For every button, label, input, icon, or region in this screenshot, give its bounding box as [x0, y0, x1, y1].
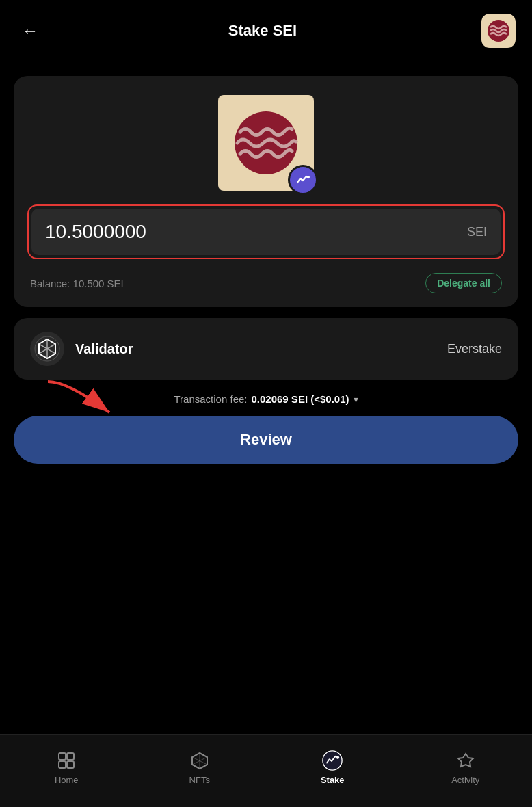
svg-point-4	[307, 176, 310, 178]
amount-value: 10.5000000	[45, 221, 146, 243]
review-button-container: Review	[14, 416, 518, 464]
fee-chevron-icon[interactable]: ▾	[354, 394, 358, 405]
activity-icon	[455, 750, 476, 771]
header-avatar[interactable]	[481, 14, 516, 48]
back-button[interactable]: ←	[16, 18, 44, 43]
nav-label-home: Home	[55, 775, 79, 785]
delegate-all-button[interactable]: Delegate all	[425, 273, 502, 293]
review-button[interactable]: Review	[14, 416, 518, 464]
svg-point-3	[235, 111, 297, 174]
amount-currency: SEI	[467, 225, 487, 239]
validator-label: Validator	[75, 341, 133, 357]
validator-name: Everstake	[447, 342, 502, 356]
validator-icon	[30, 332, 64, 366]
fee-prefix: Transaction fee:	[174, 393, 247, 405]
validator-hex-icon	[34, 335, 61, 362]
staking-card: 10.5000000 SEI Balance: 10.500 SEI Deleg…	[14, 76, 518, 307]
token-logo-container	[218, 95, 314, 191]
token-badge	[288, 165, 318, 195]
nav-item-home[interactable]: Home	[0, 750, 133, 785]
svg-rect-10	[67, 761, 74, 768]
nav-label-activity: Activity	[451, 775, 479, 785]
nfts-icon	[189, 750, 210, 771]
balance-row: Balance: 10.500 SEI Delegate all	[27, 273, 505, 293]
main-content: 10.5000000 SEI Balance: 10.500 SEI Deleg…	[0, 59, 532, 734]
svg-rect-8	[59, 761, 66, 768]
nav-item-stake[interactable]: Stake	[266, 750, 399, 785]
page-title: Stake SEI	[228, 22, 297, 40]
validator-left: Validator	[30, 332, 133, 366]
svg-rect-7	[59, 753, 66, 760]
fee-amount: 0.02069 SEI (<$0.01)	[251, 393, 349, 405]
home-icon	[56, 750, 77, 771]
bottom-nav: Home NFTs Stake Activity	[0, 734, 532, 807]
svg-rect-9	[67, 753, 74, 760]
nav-label-nfts: NFTs	[189, 775, 210, 785]
nav-label-stake: Stake	[321, 775, 345, 785]
sei-avatar-icon	[483, 16, 514, 46]
validator-card[interactable]: Validator Everstake	[14, 318, 518, 380]
nav-item-nfts[interactable]: NFTs	[133, 750, 267, 785]
fee-row: Transaction fee: 0.02069 SEI (<$0.01) ▾	[14, 393, 518, 405]
trend-icon	[295, 172, 310, 187]
nav-item-activity[interactable]: Activity	[399, 750, 533, 785]
amount-input-inner: 10.5000000 SEI	[31, 209, 501, 255]
stake-icon	[322, 750, 343, 771]
svg-point-12	[336, 756, 339, 758]
header: ← Stake SEI	[0, 0, 532, 59]
amount-input-wrapper[interactable]: 10.5000000 SEI	[27, 204, 505, 259]
balance-label: Balance: 10.500 SEI	[30, 278, 124, 289]
